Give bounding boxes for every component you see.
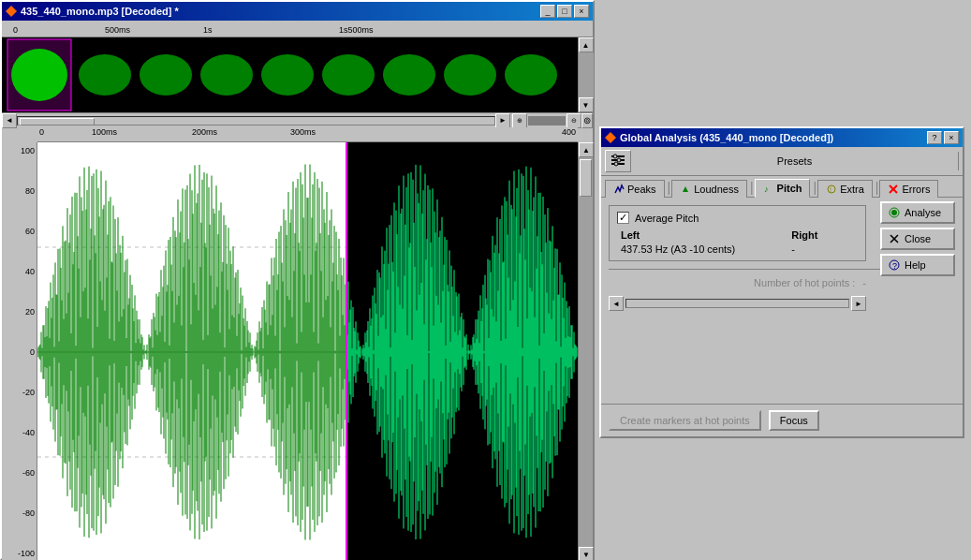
pitch-cols: Left 437.53 Hz (A3 -10 cents) Right - bbox=[617, 229, 858, 255]
analyse-button[interactable]: Analyse bbox=[880, 201, 955, 224]
tabs-row: Peaks | Loudness | ♪ Pitch | ! Extra | bbox=[601, 176, 963, 198]
tab-errors[interactable]: Errors bbox=[879, 180, 938, 198]
scroll-down-btn[interactable]: ▼ bbox=[579, 97, 594, 112]
detail-vscroll-thumb[interactable] bbox=[580, 159, 592, 197]
svg-point-5 bbox=[140, 54, 192, 96]
create-markers-button[interactable]: Create markers at hot points bbox=[609, 410, 761, 431]
analyse-icon bbox=[888, 206, 901, 219]
tab-peaks-label: Peaks bbox=[627, 184, 656, 195]
hscroll-left-btn[interactable]: ◄ bbox=[2, 113, 17, 128]
help-button[interactable]: ? Help bbox=[880, 254, 955, 276]
y-label-n80: -80 bbox=[4, 508, 35, 518]
pitch-left-col: Left 437.53 Hz (A3 -10 cents) bbox=[621, 229, 735, 255]
app-logo-icon bbox=[6, 6, 17, 17]
svg-point-11 bbox=[505, 54, 557, 96]
analysis-content: Analyse Close ? Help ✓ Average bbox=[601, 198, 963, 404]
svg-point-8 bbox=[322, 54, 375, 96]
minimize-button[interactable]: _ bbox=[540, 5, 555, 18]
svg-point-4 bbox=[79, 54, 131, 96]
pitch-header: ✓ Average Pitch bbox=[617, 212, 858, 224]
svg-point-9 bbox=[383, 54, 435, 96]
detail-view-container: 100 80 60 40 20 0 -20 -40 -60 -80 -100 bbox=[2, 142, 593, 560]
y-label-n20: -20 bbox=[4, 388, 35, 397]
tab-peaks[interactable]: Peaks bbox=[605, 180, 665, 198]
action-buttons-group: Analyse Close ? Help bbox=[880, 201, 955, 276]
y-label-0: 0 bbox=[4, 347, 35, 357]
svg-marker-24 bbox=[683, 186, 688, 192]
hscroll-thumb[interactable] bbox=[20, 118, 95, 125]
errors-tab-icon bbox=[888, 184, 899, 195]
waveform-canvas bbox=[37, 142, 578, 560]
close-button[interactable]: × bbox=[574, 5, 589, 18]
close-panel-icon bbox=[888, 232, 901, 245]
svg-text:!: ! bbox=[830, 186, 831, 193]
zoom-slider[interactable] bbox=[528, 116, 566, 125]
y-label-40: 40 bbox=[4, 267, 35, 276]
slider-left-btn[interactable]: ◄ bbox=[609, 296, 624, 311]
y-label-n60: -60 bbox=[4, 468, 35, 478]
main-title-text: 435_440_mono.mp3 [Decoded] * bbox=[6, 6, 179, 17]
detail-ruler: 0 100ms 200ms 300ms 400 bbox=[37, 127, 578, 142]
slider-track[interactable] bbox=[625, 299, 849, 308]
hscroll-track[interactable] bbox=[17, 116, 495, 125]
avg-pitch-checkbox[interactable]: ✓ bbox=[617, 212, 629, 224]
pitch-right-header: Right bbox=[791, 229, 817, 241]
tab-pitch[interactable]: ♪ Pitch bbox=[755, 179, 811, 198]
overview-waveform-svg bbox=[2, 37, 582, 112]
ruler-tick-500ms: 500ms bbox=[105, 25, 130, 35]
tab-loudness-label: Loudness bbox=[694, 184, 739, 195]
y-label-80: 80 bbox=[4, 186, 35, 196]
pitch-right-value: - bbox=[791, 243, 817, 255]
scroll-up-btn[interactable]: ▲ bbox=[579, 37, 594, 52]
main-window: 435_440_mono.mp3 [Decoded] * _ □ × 0 500… bbox=[0, 0, 595, 560]
presets-icon bbox=[610, 153, 626, 169]
presets-label: Presets bbox=[635, 155, 954, 167]
tab-extra[interactable]: ! Extra bbox=[817, 180, 873, 198]
waveform-detail-area bbox=[37, 142, 578, 560]
focus-button[interactable]: Focus bbox=[769, 410, 819, 431]
analysis-help-button[interactable]: ? bbox=[927, 131, 942, 144]
presets-icon-btn[interactable] bbox=[605, 150, 631, 172]
svg-text:?: ? bbox=[892, 261, 897, 271]
tab-errors-label: Errors bbox=[902, 184, 930, 195]
analysis-title-text: Global Analysis (435_440_mono [Decoded]) bbox=[605, 132, 833, 143]
detail-tick-100ms: 100ms bbox=[92, 127, 117, 137]
detail-vscroll-down[interactable]: ▼ bbox=[579, 547, 594, 560]
y-label-n40: -40 bbox=[4, 428, 35, 437]
tab-pitch-label: Pitch bbox=[777, 183, 802, 194]
detail-vscroll: ▲ ▼ bbox=[578, 142, 593, 560]
hscroll-right-btn[interactable]: ► bbox=[495, 113, 510, 128]
zoom-controls: ⊕ ⊖ bbox=[512, 113, 581, 128]
slider-right-btn[interactable]: ► bbox=[851, 296, 866, 311]
bottom-actions-row: Create markers at hot points Focus bbox=[601, 404, 963, 436]
tab-loudness[interactable]: Loudness bbox=[671, 180, 747, 198]
zoom-out-btn[interactable]: ⊖ bbox=[566, 113, 581, 128]
close-panel-button[interactable]: Close bbox=[880, 228, 955, 250]
ruler-tick-1500ms: 1s500ms bbox=[339, 25, 374, 35]
pitch-tab-icon: ♪ bbox=[763, 183, 774, 194]
restore-button[interactable]: □ bbox=[557, 5, 572, 18]
detail-vscroll-up[interactable]: ▲ bbox=[579, 142, 594, 157]
svg-text:♪: ♪ bbox=[764, 184, 769, 194]
detail-tick-200ms: 200ms bbox=[192, 127, 217, 137]
detail-tick-300ms: 300ms bbox=[290, 127, 316, 137]
svg-point-21 bbox=[613, 155, 617, 158]
svg-point-10 bbox=[444, 54, 496, 96]
zoom-handle[interactable]: ⊚ bbox=[581, 113, 593, 128]
svg-point-7 bbox=[261, 54, 314, 96]
peaks-tab-icon bbox=[613, 184, 625, 195]
pitch-box: ✓ Average Pitch Left 437.53 Hz (A3 -10 c… bbox=[609, 205, 866, 261]
zoom-in-btn[interactable]: ⊕ bbox=[512, 113, 527, 128]
hot-points-value: - bbox=[862, 277, 866, 288]
ruler-tick-1s: 1s bbox=[203, 25, 213, 35]
analysis-title-bar: Global Analysis (435_440_mono [Decoded])… bbox=[601, 128, 963, 147]
tab-extra-label: Extra bbox=[840, 184, 864, 195]
detail-vscroll-track bbox=[579, 157, 593, 547]
svg-point-3 bbox=[11, 49, 67, 101]
detail-tick-0: 0 bbox=[39, 127, 44, 137]
hot-points-row: Number of hot points : - bbox=[609, 273, 866, 292]
y-label-60: 60 bbox=[4, 227, 35, 236]
analysis-close-button[interactable]: × bbox=[944, 131, 959, 144]
hot-points-label: Number of hot points : bbox=[754, 277, 855, 288]
svg-point-31 bbox=[891, 210, 897, 215]
